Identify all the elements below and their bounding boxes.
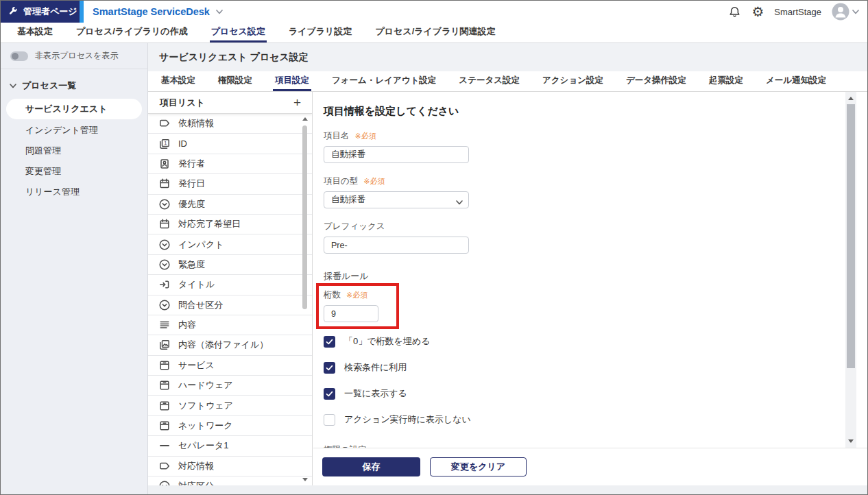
- process-list-group-label: プロセス一覧: [22, 80, 76, 92]
- box-icon: [158, 379, 171, 391]
- digits-label-row: 桁数 ※必須: [324, 289, 378, 301]
- wrench-icon: [9, 7, 19, 16]
- item-type-select[interactable]: [324, 191, 469, 208]
- tab-basic-settings[interactable]: 基本設定: [159, 71, 197, 91]
- account-name: SmartStage: [774, 7, 821, 17]
- checkbox-row-search-condition: 検索条件に利用: [324, 361, 845, 374]
- list-item[interactable]: ID: [148, 134, 312, 154]
- clear-changes-button[interactable]: 変更をクリア: [430, 457, 527, 476]
- admin-badge-label: 管理者ページ: [23, 5, 77, 18]
- list-item[interactable]: サービス: [148, 356, 312, 376]
- checkbox-row-show-in-list: 一覧に表示する: [324, 387, 845, 400]
- list-item[interactable]: 優先度: [148, 195, 312, 215]
- global-tab-library-settings[interactable]: ライブラリ設定: [287, 23, 354, 43]
- chevron-down-icon: [10, 84, 16, 88]
- add-item-button[interactable]: +: [293, 96, 301, 109]
- sidebar-item-incident[interactable]: インシデント管理: [1, 120, 147, 141]
- list-item[interactable]: インパクト: [148, 234, 312, 254]
- gear-icon[interactable]: ⚙: [751, 5, 764, 19]
- hidden-process-toggle-label: 非表示プロセスを表示: [35, 50, 118, 62]
- item-list-scrollbar-thumb[interactable]: [302, 125, 307, 309]
- list-item[interactable]: ソフトウェア: [148, 396, 312, 415]
- box-icon: [158, 359, 171, 372]
- global-tab-basic[interactable]: 基本設定: [16, 23, 54, 43]
- panel-scroll-up[interactable]: [848, 97, 854, 100]
- required-badge: ※必須: [355, 131, 376, 141]
- top-app-bar: 管理者ページ SmartStage ServiceDesk ⚙ SmartSta…: [1, 1, 867, 23]
- select-circle-icon: [158, 198, 171, 210]
- item-list-scroll-down[interactable]: [302, 478, 308, 481]
- list-item[interactable]: 対応情報: [148, 457, 312, 476]
- hidden-process-toggle-row: 非表示プロセスを表示: [1, 43, 147, 69]
- sidebar-item-service-request[interactable]: サービスリクエスト: [6, 99, 142, 119]
- checkbox-checked[interactable]: [324, 388, 335, 400]
- badge-accent-stripe: [80, 1, 84, 23]
- list-item[interactable]: ネットワーク: [148, 416, 312, 436]
- list-item[interactable]: 発行日: [148, 174, 312, 194]
- number-stack-icon: [158, 138, 171, 150]
- list-item[interactable]: 内容: [148, 315, 312, 335]
- item-name-input[interactable]: [324, 146, 469, 163]
- list-item[interactable]: タイトル: [148, 275, 312, 295]
- calendar-icon: [158, 218, 171, 230]
- panel-scroll-down[interactable]: [848, 439, 854, 443]
- tab-permission-settings[interactable]: 権限設定: [216, 71, 254, 91]
- required-badge: ※必須: [363, 176, 385, 186]
- checkbox-checked[interactable]: [324, 362, 335, 374]
- process-list-group-header[interactable]: プロセス一覧: [1, 69, 147, 99]
- item-list-title: 項目リスト: [160, 97, 205, 109]
- prefix-input[interactable]: [324, 237, 469, 254]
- tab-action-settings[interactable]: アクション設定: [540, 71, 605, 91]
- sidebar-item-problem[interactable]: 問題管理: [1, 141, 147, 161]
- tab-mail-notification-settings[interactable]: メール通知設定: [764, 71, 828, 91]
- toggle-knob: [12, 53, 19, 60]
- checkbox-unchecked[interactable]: [324, 414, 335, 426]
- tab-ticket-settings[interactable]: 起票設定: [707, 71, 745, 91]
- global-tab-process-library-create[interactable]: プロセス/ライブラリの作成: [75, 23, 189, 43]
- chevron-down-icon: [216, 10, 223, 14]
- checkbox-checked[interactable]: [324, 336, 335, 348]
- tab-data-operation-settings[interactable]: データ操作設定: [624, 71, 688, 91]
- prefix-label-row: プレフィックス: [324, 221, 845, 232]
- digits-input[interactable]: [324, 305, 378, 322]
- bell-icon[interactable]: [728, 5, 741, 19]
- account-menu[interactable]: [832, 3, 859, 21]
- global-tab-process-settings[interactable]: プロセス設定: [210, 23, 267, 43]
- box-icon: [158, 420, 171, 432]
- panel-scrollbar[interactable]: [845, 92, 856, 448]
- list-item[interactable]: 対応区分: [148, 476, 312, 485]
- tab-item-settings[interactable]: 項目設定: [273, 71, 311, 91]
- check-icon: [325, 363, 334, 372]
- action-footer: 保存 変更をクリア: [313, 448, 867, 485]
- list-item[interactable]: 緊急度: [148, 255, 312, 275]
- list-item[interactable]: 依頼情報: [148, 114, 312, 134]
- save-button[interactable]: 保存: [322, 457, 420, 476]
- product-selector[interactable]: SmartStage ServiceDesk: [93, 1, 223, 23]
- select-circle-icon: [158, 480, 171, 485]
- global-tab-process-library-relation[interactable]: プロセス/ライブラリ関連設定: [374, 23, 496, 43]
- select-circle-icon: [158, 239, 171, 251]
- list-item[interactable]: 発行者: [148, 154, 312, 174]
- panel-heading: 項目情報を設定してください: [324, 105, 845, 118]
- list-item[interactable]: 問合せ区分: [148, 295, 312, 315]
- list-item[interactable]: 内容（添付ファイル）: [148, 335, 312, 355]
- tab-status-settings[interactable]: ステータス設定: [457, 71, 522, 91]
- panel-scrollbar-thumb[interactable]: [847, 104, 855, 368]
- list-item[interactable]: 対応完了希望日: [148, 215, 312, 234]
- tag-icon: [158, 117, 171, 130]
- check-icon: [325, 389, 334, 398]
- global-nav: 基本設定 プロセス/ライブラリの作成 プロセス設定 ライブラリ設定 プロセス/ラ…: [1, 23, 867, 43]
- list-item[interactable]: ハードウェア: [148, 376, 312, 396]
- required-badge: ※必須: [346, 290, 367, 300]
- list-item[interactable]: セパレータ1: [148, 436, 312, 456]
- top-right-actions: ⚙ SmartStage: [728, 1, 859, 23]
- avatar: [832, 3, 849, 21]
- tab-form-layout-settings[interactable]: フォーム・レイアウト設定: [330, 71, 438, 91]
- item-list-scroll-up[interactable]: [302, 117, 308, 121]
- process-settings-tabs: 基本設定 権限設定 項目設定 フォーム・レイアウト設定 ステータス設定 アクショ…: [148, 71, 867, 92]
- hidden-process-toggle[interactable]: [10, 51, 28, 61]
- item-detail-panel: 項目情報を設定してください 項目名 ※必須 項目の型 ※必須 プレフィックス 採…: [313, 92, 845, 448]
- sidebar-item-change[interactable]: 変更管理: [1, 161, 147, 182]
- product-selector-label: SmartStage ServiceDesk: [93, 6, 210, 17]
- sidebar-item-release[interactable]: リリース管理: [1, 182, 147, 202]
